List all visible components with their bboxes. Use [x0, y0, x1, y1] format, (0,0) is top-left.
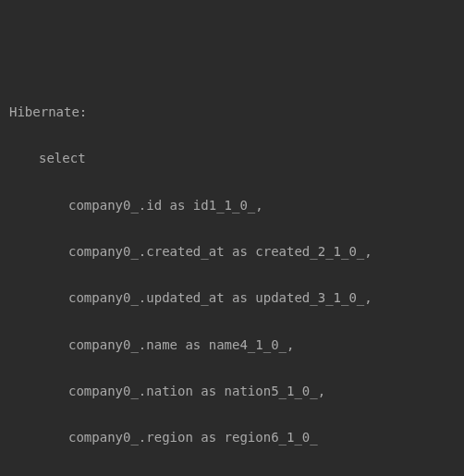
sql-column: company0_.region as region6_1_0_ [9, 426, 455, 449]
sql-column: company0_.nation as nation5_1_0_, [9, 380, 455, 403]
sql-column: company0_.created_at as created_2_1_0_, [9, 240, 455, 263]
sql-column: company0_.id as id1_1_0_, [9, 194, 455, 217]
sql-column: company0_.name as name4_1_0_, [9, 334, 455, 357]
sql-column: company0_.updated_at as updated_3_1_0_, [9, 287, 455, 310]
sql-keyword: select [9, 147, 455, 170]
log-line: Hibernate: [9, 101, 455, 124]
